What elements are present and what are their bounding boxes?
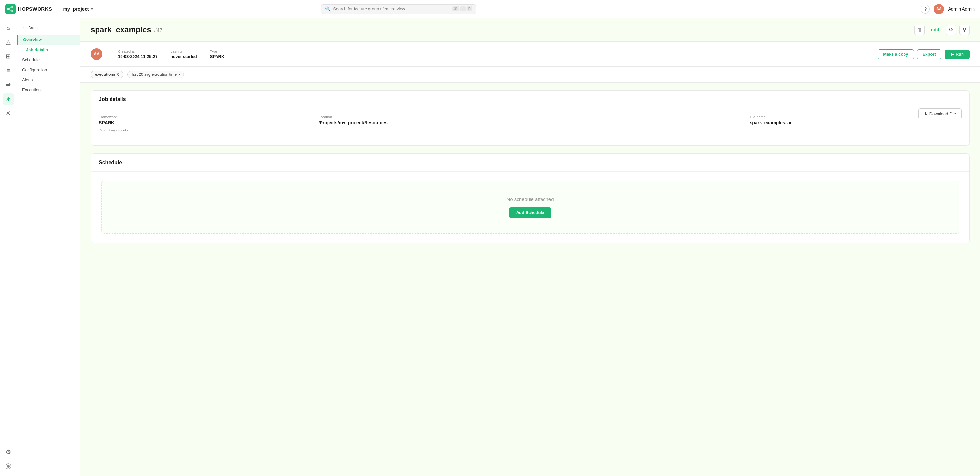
file-name-field: File name spark_examples.jar (750, 115, 792, 125)
content-area: spark_examples #47 🗑 edit ↺ ⚲ (80, 18, 980, 476)
make-copy-button[interactable]: Make a copy (878, 49, 913, 59)
schedule-content: No schedule attached Add Schedule (91, 171, 969, 243)
job-details-card: Job details Framework SPARK Location /Pr… (91, 90, 970, 146)
main-area: ⌂ △ ⊞ ≡ ⇌ ✕ ⚙ ← Back (0, 18, 980, 476)
back-link[interactable]: ← Back (17, 23, 80, 35)
export-button[interactable]: Export (917, 49, 942, 59)
refresh-icon: ↺ (948, 26, 953, 33)
framework-field: Framework SPARK (99, 115, 311, 125)
sidebar-item-alerts[interactable]: Alerts (17, 75, 80, 85)
run-button[interactable]: ▶ Run (945, 49, 970, 59)
job-details-section-title: Job details (91, 90, 969, 108)
executions-label: executions (95, 72, 115, 77)
sidebar-item-overview-label: Overview (23, 37, 42, 42)
location-value: /Projects/my_project/Resources (318, 120, 742, 125)
nav-settings-icon[interactable]: ⚙ (3, 446, 14, 458)
sidebar-item-configuration[interactable]: Configuration (17, 65, 80, 75)
top-bar: HOPSWORKS my_project ▾ 🔍 ⌘ + P ? AA Admi… (0, 0, 980, 18)
job-details-grid: Framework SPARK Location /Projects/my_pr… (99, 115, 961, 125)
trash-icon: 🗑 (917, 27, 922, 33)
nav-grid-icon[interactable]: ⊞ (3, 51, 14, 62)
run-label: Run (956, 52, 964, 57)
meta-type-label: Type (210, 49, 224, 54)
project-name: my_project (63, 6, 89, 12)
meta-last-run-label: Last run (170, 49, 197, 54)
sidebar-item-job-details[interactable]: Job details (17, 45, 80, 55)
help-button[interactable]: ? (921, 5, 930, 14)
meta-avatar: AA (91, 48, 102, 60)
svg-point-3 (11, 10, 13, 12)
download-icon: ⬇ (924, 111, 928, 116)
make-copy-label: Make a copy (883, 52, 908, 57)
sidebar-item-job-details-label: Job details (26, 47, 48, 52)
chevron-down-icon: ▾ (91, 7, 93, 11)
page-id: #47 (154, 28, 163, 34)
location-field: Location /Projects/my_project/Resources (318, 115, 742, 125)
search-keyboard-shortcut: ⌘ + P (452, 6, 472, 11)
default-args-value: - (99, 134, 961, 139)
nav-cross-icon[interactable]: ✕ (3, 108, 14, 119)
export-label: Export (923, 52, 936, 57)
user-avatar: AA (934, 4, 944, 14)
pin-button[interactable]: ⚲ (959, 25, 970, 35)
back-arrow-icon: ← (22, 25, 26, 30)
refresh-button[interactable]: ↺ (946, 25, 956, 35)
nav-arrows-icon[interactable]: ⇌ (3, 79, 14, 90)
add-schedule-button[interactable]: Add Schedule (509, 207, 552, 218)
icon-sidebar: ⌂ △ ⊞ ≡ ⇌ ✕ ⚙ (0, 18, 17, 476)
page-title: spark_examples (91, 25, 151, 34)
nav-list-icon[interactable]: ≡ (3, 65, 14, 76)
sidebar-item-executions[interactable]: Executions (17, 85, 80, 95)
top-bar-right: ? AA Admin Admin (921, 4, 975, 14)
logo-text: HOPSWORKS (18, 6, 52, 12)
no-schedule-area: No schedule attached Add Schedule (102, 181, 959, 234)
meta-bar: AA Created at 19-03-2024 11:25:27 Last r… (80, 42, 980, 67)
nav-home-icon[interactable]: ⌂ (3, 22, 14, 34)
svg-point-7 (7, 465, 10, 468)
schedule-card: Schedule No schedule attached Add Schedu… (91, 154, 970, 243)
file-name-label: File name (750, 115, 792, 119)
page-title-area: spark_examples #47 (91, 25, 163, 34)
search-bar[interactable]: 🔍 ⌘ + P (321, 4, 476, 14)
sidebar-item-overview[interactable]: Overview (17, 35, 80, 45)
pin-icon: ⚲ (963, 27, 966, 33)
spark-icon-svg (5, 96, 12, 102)
sidebar-item-alerts-label: Alerts (22, 78, 33, 82)
header-actions: 🗑 edit ↺ ⚲ (914, 25, 970, 35)
search-icon: 🔍 (325, 6, 331, 12)
framework-value: SPARK (99, 120, 311, 125)
svg-point-2 (11, 6, 13, 8)
meta-avatar-initials: AA (94, 52, 99, 56)
delete-button[interactable]: 🗑 (914, 25, 924, 35)
executions-count: 0 (117, 72, 119, 77)
run-play-icon: ▶ (950, 52, 954, 57)
logo-area: HOPSWORKS (5, 4, 52, 14)
schedule-section-title: Schedule (91, 154, 969, 171)
default-args-row: Default arguments - (99, 127, 961, 139)
executions-bar: executions 0 last 20 avg execution time … (80, 67, 980, 83)
edit-button[interactable]: edit (928, 25, 942, 34)
framework-label: Framework (99, 115, 311, 119)
meta-created-label: Created at (118, 49, 158, 54)
meta-type-value: SPARK (210, 54, 224, 59)
meta-created-value: 19-03-2024 11:25:27 (118, 54, 158, 59)
page-header: spark_examples #47 🗑 edit ↺ ⚲ (80, 18, 980, 42)
job-details-content: Framework SPARK Location /Projects/my_pr… (91, 108, 969, 145)
exec-time-badge: last 20 avg execution time - (127, 71, 184, 78)
nav-bottom-icon[interactable] (3, 460, 14, 472)
project-selector[interactable]: my_project ▾ (60, 5, 96, 13)
app-container: HOPSWORKS my_project ▾ 🔍 ⌘ + P ? AA Admi… (0, 0, 980, 476)
executions-badge: executions 0 (91, 71, 124, 78)
avatar-initials: AA (936, 7, 942, 11)
nav-spark-icon[interactable] (3, 93, 14, 105)
help-icon: ? (924, 6, 927, 12)
meta-type-field: Type SPARK (210, 49, 224, 59)
nav-delta-icon[interactable]: △ (3, 36, 14, 48)
meta-left: AA Created at 19-03-2024 11:25:27 Last r… (91, 48, 224, 60)
kbd-cmd: ⌘ (452, 6, 459, 11)
file-name-value: spark_examples.jar (750, 120, 792, 125)
search-input[interactable] (333, 6, 450, 11)
download-file-button[interactable]: ⬇ Download File (918, 108, 961, 119)
hopsworks-logo-icon (5, 4, 16, 14)
sidebar-item-schedule[interactable]: Schedule (17, 55, 80, 65)
